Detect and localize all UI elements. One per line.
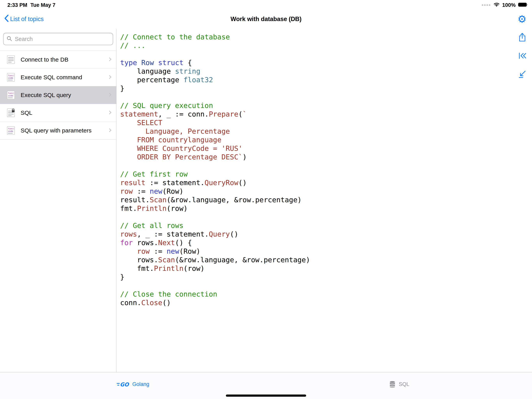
cellular-signal-icon — [481, 3, 491, 7]
code-token: rows. — [120, 256, 158, 264]
action-buttons — [518, 33, 527, 79]
code-token: Next — [158, 239, 175, 247]
code-token: } — [120, 273, 124, 281]
func-code-icon: func(code — [6, 72, 16, 82]
page-title: Work with database (DB) — [231, 16, 302, 23]
skip-to-start-icon — [518, 51, 527, 60]
code-token: language — [120, 67, 175, 75]
code-token: statement — [120, 110, 158, 118]
code-scroll-area[interactable]: // Connect to the database// ... type Ro… — [117, 29, 532, 372]
tab-label: SQL — [399, 381, 409, 387]
gear-icon: ⚙ — [517, 13, 526, 25]
code-token: ( — [238, 110, 243, 118]
svg-text:code: code — [8, 77, 13, 79]
code-line — [120, 50, 511, 58]
code-token: ` — [243, 110, 247, 118]
code-token: fmt. — [120, 264, 154, 272]
wifi-icon — [493, 2, 500, 8]
code-token: result. — [120, 196, 150, 204]
sidebar-item-label: SQL query with parameters — [21, 127, 108, 134]
code-line: rows.Scan(&row.language, &row.percentage… — [120, 256, 511, 264]
svg-text:GO: GO — [120, 381, 129, 387]
code-token: ORDER BY Percentage DESC` — [120, 153, 243, 161]
code-token: // Get first row — [120, 170, 188, 178]
code-token: () { — [175, 239, 192, 247]
code-token: new — [150, 187, 162, 195]
code-token: () — [230, 230, 238, 238]
collapse-button[interactable] — [518, 69, 527, 79]
navigation-bar: List of topics Work with database (DB) ⚙ — [0, 9, 532, 29]
battery-icon — [518, 2, 528, 8]
diagonal-collapse-icon — [518, 69, 527, 79]
code-line: percentage float32 — [120, 76, 511, 84]
code-line: // SQL query execution — [120, 101, 511, 110]
status-time: 2:33 PM — [7, 2, 27, 8]
code-line: FROM countrylanguage — [120, 135, 511, 144]
code-token: Scan — [158, 256, 175, 264]
code-line — [120, 281, 511, 290]
code-token: WHERE CountryCode = 'RUS' — [120, 144, 243, 152]
code-token: (&row.language, &row.percentage) — [166, 196, 302, 204]
sidebar-item-label: Execute SQL query — [21, 92, 108, 98]
code-token: // SQL query execution — [120, 102, 213, 109]
code-line: for rows.Next() { — [120, 238, 511, 247]
code-token — [137, 59, 141, 67]
back-button[interactable]: List of topics — [0, 14, 45, 24]
code-token: Println — [137, 204, 167, 212]
code-line: // Close the connection — [120, 290, 511, 298]
battery-percent: 100% — [502, 2, 516, 8]
code-line: conn.Close() — [120, 298, 511, 307]
sidebar-item-execute-sql-command[interactable]: func(codeExecute SQL command› — [0, 69, 116, 86]
code-line: // Connect to the database — [120, 33, 511, 41]
code-token: new — [166, 247, 179, 255]
home-indicator[interactable] — [226, 394, 306, 397]
code-line — [120, 93, 511, 101]
search-input[interactable] — [14, 36, 110, 42]
sidebar-item-sql[interactable]: SQL› — [0, 104, 116, 122]
app-screen: 2:33 PM Tue May 7 100% List of topics Wo… — [0, 0, 532, 399]
code-token: percentage — [120, 76, 184, 84]
status-date: Tue May 7 — [30, 2, 56, 8]
document-icon — [6, 55, 16, 65]
code-token: Scan — [150, 196, 167, 204]
sidebar-item-label: Connect to the DB — [21, 56, 108, 63]
code-token: Close — [141, 299, 162, 307]
code-line: ORDER BY Percentage DESC`) — [120, 153, 511, 161]
code-token: , _ := statement. — [137, 230, 209, 238]
search-field[interactable] — [3, 33, 113, 45]
sidebar-item-label: Execute SQL command — [21, 74, 108, 81]
code-token: Prepare — [209, 110, 238, 118]
code-line — [120, 161, 511, 170]
code-token: string — [175, 67, 200, 75]
code-line: // Get all rows — [120, 221, 511, 230]
database-icon — [389, 381, 396, 388]
code-line: type Row struct { — [120, 58, 511, 67]
skip-to-start-button[interactable] — [518, 51, 527, 60]
code-token: := — [150, 247, 167, 255]
code-line: SELECT — [120, 118, 511, 127]
back-label: List of topics — [10, 16, 44, 23]
code-line: rows, _ := statement.Query() — [120, 230, 511, 238]
sidebar-item-execute-sql-query[interactable]: func(codeExecute SQL query› — [0, 86, 116, 104]
code-token: , _ := conn. — [158, 110, 209, 118]
share-icon — [518, 33, 527, 42]
code-token — [154, 59, 158, 67]
code-line: row := new(Row) — [120, 187, 511, 196]
sidebar-item-sql-query-with-parameters[interactable]: func(codeSQL query with parameters› — [0, 122, 116, 140]
code-token: () — [162, 299, 171, 307]
code-line: result.Scan(&row.language, &row.percenta… — [120, 196, 511, 204]
code-token: { — [184, 59, 192, 67]
code-line: result := statement.QueryRow() — [120, 179, 511, 187]
code-line — [120, 213, 511, 221]
sidebar-item-connect-to-the-db[interactable]: Connect to the DB› — [0, 51, 116, 69]
code-line: fmt.Println(row) — [120, 204, 511, 213]
func-code-icon: func(code — [6, 90, 16, 100]
settings-button[interactable]: ⚙ — [517, 14, 526, 24]
golang-icon: GO — [117, 380, 129, 388]
code-line: row := new(Row) — [120, 247, 511, 256]
topic-list: Connect to the DB›func(codeExecute SQL c… — [0, 51, 116, 140]
code-token: SELECT — [120, 119, 162, 127]
share-button[interactable] — [518, 33, 527, 42]
search-icon — [7, 36, 12, 42]
svg-text:func(: func( — [8, 92, 14, 95]
